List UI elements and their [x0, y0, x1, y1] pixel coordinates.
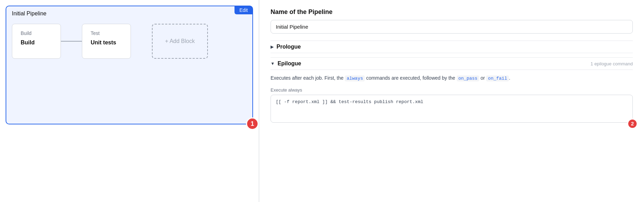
epilogue-section: ▼ Epilogue 1 epilogue command Executes a…	[271, 57, 633, 124]
epilogue-label: Epilogue	[278, 60, 301, 67]
pipeline-container: Edit Initial Pipeline Build Build Test U…	[6, 6, 253, 124]
connector-line-1	[61, 41, 82, 42]
code-on-fail: on_fail	[486, 75, 509, 81]
block-name-test: Unit tests	[91, 39, 122, 46]
code-on-pass: on_pass	[457, 75, 479, 81]
block-type-build: Build	[21, 30, 52, 36]
epilogue-collapse-icon: ▼	[271, 61, 275, 66]
right-panel: Name of the Pipeline ▶ Prologue ▼ Epilog…	[259, 0, 644, 202]
block-name-build: Build	[21, 39, 52, 46]
code-always: always	[345, 75, 365, 81]
pipeline-title: Initial Pipeline	[12, 10, 47, 17]
command-input-wrapper: [[ -f report.xml ]] && test-results publ…	[271, 95, 633, 124]
block-card-test[interactable]: Test Unit tests	[82, 24, 131, 59]
edit-button[interactable]: Edit	[234, 6, 253, 14]
epilogue-header[interactable]: ▼ Epilogue 1 epilogue command	[271, 57, 633, 70]
step-badge-2: 2	[627, 118, 638, 129]
add-block-label: + Add Block	[165, 38, 195, 44]
step-badge-1: 1	[246, 117, 259, 130]
left-panel: Edit Initial Pipeline Build Build Test U…	[0, 0, 259, 202]
name-section: Name of the Pipeline	[271, 8, 633, 41]
prologue-label: Prologue	[276, 44, 301, 50]
command-textarea[interactable]: [[ -f report.xml ]] && test-results publ…	[271, 95, 633, 123]
epilogue-description: Executes after each job. First, the alwa…	[271, 74, 633, 82]
name-label: Name of the Pipeline	[271, 8, 633, 16]
block-card-build[interactable]: Build Build	[12, 24, 61, 59]
prologue-collapse-icon: ▶	[271, 44, 274, 49]
execute-label: Execute always	[271, 87, 633, 93]
prologue-section: ▶ Prologue	[271, 41, 633, 53]
add-block-button[interactable]: + Add Block	[152, 24, 208, 59]
prologue-header[interactable]: ▶ Prologue	[271, 41, 633, 53]
block-type-test: Test	[91, 30, 122, 36]
blocks-row: Build Build Test Unit tests + Add Block	[12, 24, 247, 59]
epilogue-count: 1 epilogue command	[590, 61, 633, 66]
pipeline-name-input[interactable]	[271, 20, 633, 34]
